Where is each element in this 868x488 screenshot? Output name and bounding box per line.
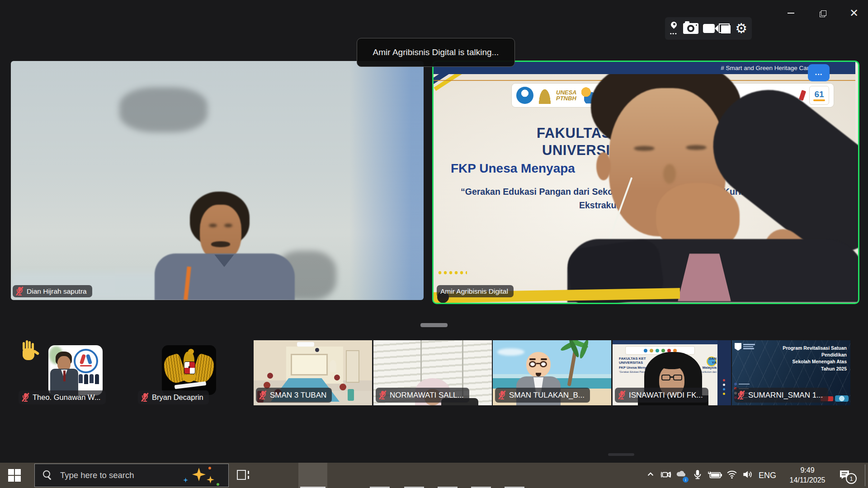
system-tray: i ENG 9:49 14/11/2025 1 [641, 463, 868, 488]
windows-layers-icon[interactable] [719, 23, 731, 33]
cartoon-graduates [78, 374, 99, 386]
search-placeholder: Type here to search [60, 470, 134, 480]
muted-mic-icon [142, 393, 148, 402]
notification-center-button[interactable]: 1 [838, 468, 856, 483]
tray-camera-icon[interactable] [660, 469, 672, 482]
restore-icon [820, 10, 826, 16]
backdrop-banner: UNESA PTNBH DIKTISAINTEK BERDAMPAK 61 FA… [434, 62, 855, 300]
close-icon: ✕ [849, 8, 859, 19]
muted-mic-icon [499, 390, 505, 400]
tray-speaker-icon[interactable] [741, 469, 753, 482]
tray-date: 14/11/2025 [783, 475, 831, 485]
copilot-sparkle-icon [180, 466, 222, 486]
name-label-bryan: Bryan Decaprin [138, 390, 209, 404]
recorder-toolbar: ⚙ [665, 17, 752, 40]
muted-mic-icon [259, 390, 266, 400]
mini-banner [613, 340, 731, 344]
tray-chevron-icon[interactable] [645, 469, 656, 482]
window-controls: ✕ [780, 5, 864, 21]
slide-title: Program Revitalisasi Satuan Pendidikan S… [771, 345, 847, 372]
backdrop-side-pillar [717, 340, 731, 405]
windows-taskbar: Type here to search zoom ✂ [0, 463, 868, 488]
restore-button[interactable] [812, 5, 833, 21]
name-label-smantulakan: SMAN TULAKAN_B... [495, 388, 590, 403]
cloud [497, 348, 524, 356]
tray-language[interactable]: ENG [759, 471, 776, 480]
unesa-wings-logo [538, 87, 552, 104]
deco-dots-left [437, 271, 467, 275]
blurred-ceiling-object [119, 87, 208, 132]
61-anniversary-logo: 61 [809, 86, 829, 105]
tray-battery-icon[interactable] [707, 469, 722, 482]
screenshot-camera-icon[interactable] [683, 23, 698, 34]
raised-hand-icon [21, 341, 39, 362]
muted-mic-icon [618, 390, 625, 400]
minimize-icon [788, 13, 794, 14]
zoom-active-highlight [298, 463, 327, 488]
toast-text: Amir Agribisnis Digital is talking... [373, 47, 499, 57]
task-view-button[interactable] [237, 469, 250, 482]
name-label-amir: Amir Agribisnis Digital [437, 285, 514, 297]
kemendikbud-mini-logo [735, 343, 755, 351]
red-mark-logo [799, 90, 806, 101]
name-label-sman3tuban: SMAN 3 TUBAN [256, 388, 332, 403]
video-amir-active-speaker[interactable]: UNESA PTNBH DIKTISAINTEK BERDAMPAK 61 FA… [432, 61, 859, 304]
name-label-isnawati: ISNAWATI (WDI FK... [615, 388, 708, 403]
thumbnail-theo[interactable] [48, 345, 103, 395]
campus-banner-text: # Smart and Green Heritage Cam [721, 65, 812, 71]
tray-microphone-icon[interactable] [692, 469, 703, 482]
settings-gear-icon[interactable]: ⚙ [735, 22, 747, 35]
kemendikbud-logo [516, 87, 533, 104]
tray-clock[interactable]: 9:49 14/11/2025 [783, 465, 831, 485]
name-label-sumarni: SUMARNI_SMAN 1... [734, 388, 828, 403]
participant-name: Dian Hijrah saputra [27, 287, 87, 296]
minimize-button[interactable] [780, 5, 801, 21]
thumbnail-bryan[interactable] [162, 345, 216, 395]
record-video-icon[interactable] [703, 24, 715, 33]
start-button[interactable] [8, 469, 21, 482]
show-desktop-divider[interactable] [865, 465, 865, 486]
active-speaker-toast: Amir Agribisnis Digital is talking... [357, 38, 515, 67]
tray-wifi-icon[interactable] [726, 469, 738, 482]
close-button[interactable]: ✕ [844, 5, 864, 21]
tile-more-button[interactable]: ... [808, 64, 830, 81]
participant-name: Amir Agribisnis Digital [440, 287, 508, 296]
muted-mic-icon [16, 286, 23, 296]
muted-mic-icon [379, 390, 386, 400]
video-dian[interactable]: Dian Hijrah saputra [11, 61, 424, 300]
slide-logo-blue [835, 395, 849, 402]
guru-penggerak-logo [74, 349, 98, 373]
name-label-normawati: NORMAWATI SALL... [376, 388, 469, 403]
zoom-meeting-window: ✕ ⚙ Amir Agribisnis Digital is talking..… [0, 0, 868, 488]
name-label-dian: Dian Hijrah saputra [13, 285, 92, 297]
meeting-controls-handle[interactable] [608, 453, 634, 456]
muted-mic-icon [738, 390, 745, 400]
unesa-ptnbh-logo: UNESA PTNBH [556, 89, 577, 101]
search-input[interactable]: Type here to search [34, 464, 229, 487]
tray-time: 9:49 [783, 465, 831, 475]
notification-badge: 1 [846, 473, 857, 484]
backdrop-line3-left: FKP Unesa Menyapa [451, 161, 575, 176]
search-icon [43, 470, 54, 481]
name-label-theo: Theo. Gunawan W... [19, 390, 106, 404]
tray-onedrive-icon[interactable]: i [675, 469, 687, 482]
muted-mic-icon [22, 393, 29, 402]
gallery-resize-handle[interactable] [420, 323, 448, 327]
recorder-launcher-icon[interactable] [670, 22, 679, 35]
